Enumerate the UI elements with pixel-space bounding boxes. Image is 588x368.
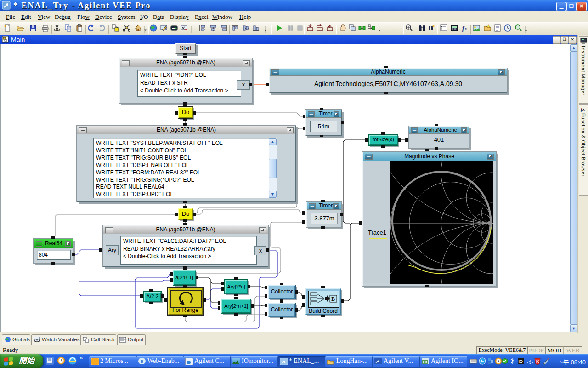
svg-text:»: » [80,355,83,361]
svg-text:x: x [464,26,467,31]
svg-text:fx: fx [581,106,585,112]
svg-text:K: K [536,359,539,364]
svg-text:IO: IO [519,359,523,364]
